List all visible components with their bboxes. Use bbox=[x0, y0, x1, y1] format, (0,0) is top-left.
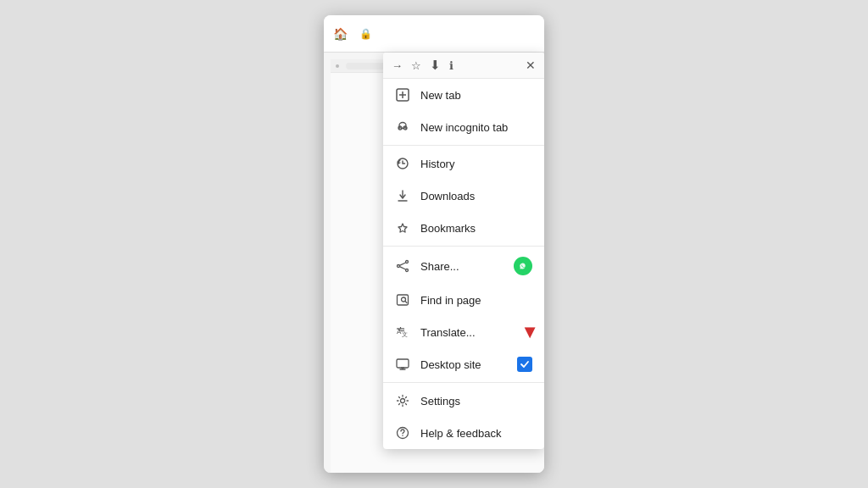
back-icon[interactable]: → bbox=[392, 59, 403, 72]
menu-header-icons: → ☆ ⬇ ℹ bbox=[392, 58, 453, 73]
help-icon bbox=[395, 425, 410, 441]
svg-line-20 bbox=[405, 302, 407, 303]
divider-1 bbox=[383, 145, 544, 146]
menu-header: → ☆ ⬇ ℹ ✕ bbox=[383, 53, 544, 79]
translate-icon: A 文 bbox=[395, 324, 410, 340]
share-icon bbox=[395, 258, 410, 274]
menu-item-new-tab[interactable]: New tab bbox=[383, 79, 544, 111]
menu-item-downloads[interactable]: Downloads bbox=[383, 180, 544, 212]
find-in-page-label: Find in page bbox=[420, 294, 532, 307]
settings-icon bbox=[395, 393, 410, 408]
menu-item-bookmarks[interactable]: Bookmarks bbox=[383, 212, 544, 244]
menu-item-find-in-page[interactable]: Find in page bbox=[383, 284, 544, 316]
phone-container: 🏠 🔒 → ☆ ⬇ ℹ ✕ bbox=[324, 15, 544, 473]
svg-rect-18 bbox=[398, 295, 409, 305]
star-icon[interactable]: ☆ bbox=[411, 59, 421, 72]
close-icon[interactable]: ✕ bbox=[526, 58, 536, 72]
incognito-icon bbox=[395, 119, 410, 135]
browser-toolbar: 🏠 🔒 bbox=[324, 15, 544, 53]
whatsapp-badge bbox=[514, 257, 532, 275]
desktop-site-checkbox[interactable] bbox=[517, 357, 532, 372]
page-content: → ☆ ⬇ ℹ ✕ New tab bbox=[324, 53, 544, 473]
downloads-label: Downloads bbox=[420, 190, 532, 202]
download-icon[interactable]: ⬇ bbox=[430, 58, 441, 73]
svg-line-16 bbox=[399, 267, 405, 269]
desktop-site-label: Desktop site bbox=[420, 358, 507, 371]
svg-point-14 bbox=[406, 269, 409, 272]
menu-item-help-feedback[interactable]: Help & feedback bbox=[383, 417, 544, 449]
help-feedback-label: Help & feedback bbox=[420, 427, 532, 440]
context-menu: → ☆ ⬇ ℹ ✕ New tab bbox=[383, 53, 544, 449]
svg-rect-25 bbox=[397, 359, 409, 368]
info-icon[interactable]: ℹ bbox=[449, 59, 453, 72]
svg-point-13 bbox=[398, 265, 400, 268]
new-tab-label: New tab bbox=[420, 89, 532, 102]
menu-item-translate[interactable]: A 文 Translate... ▼ bbox=[383, 316, 544, 348]
menu-item-share[interactable]: Share... bbox=[383, 248, 544, 284]
find-icon bbox=[395, 292, 410, 308]
translate-label: Translate... bbox=[420, 326, 532, 339]
svg-point-31 bbox=[402, 435, 403, 436]
divider-2 bbox=[383, 246, 544, 247]
bookmarks-label: Bookmarks bbox=[420, 222, 532, 235]
new-incognito-tab-label: New incognito tab bbox=[420, 121, 532, 134]
svg-marker-11 bbox=[398, 224, 407, 232]
new-tab-icon bbox=[395, 87, 410, 103]
history-icon bbox=[395, 156, 410, 171]
svg-line-15 bbox=[399, 263, 405, 265]
svg-point-12 bbox=[406, 261, 409, 263]
desktop-site-icon bbox=[395, 357, 410, 372]
settings-label: Settings bbox=[420, 395, 532, 408]
downloads-icon bbox=[395, 188, 410, 203]
share-label: Share... bbox=[420, 260, 504, 273]
menu-item-desktop-site[interactable]: Desktop site bbox=[383, 348, 544, 380]
lock-icon: 🔒 bbox=[356, 25, 375, 43]
menu-item-new-incognito-tab[interactable]: New incognito tab bbox=[383, 111, 544, 143]
bookmarks-icon bbox=[395, 220, 410, 236]
divider-3 bbox=[383, 382, 544, 383]
svg-point-3 bbox=[399, 123, 406, 129]
menu-item-settings[interactable]: Settings bbox=[383, 385, 544, 417]
menu-item-history[interactable]: History bbox=[383, 147, 544, 180]
home-icon[interactable]: 🏠 bbox=[331, 25, 349, 43]
history-label: History bbox=[420, 158, 532, 170]
svg-point-29 bbox=[401, 399, 405, 403]
svg-text:文: 文 bbox=[402, 331, 408, 337]
